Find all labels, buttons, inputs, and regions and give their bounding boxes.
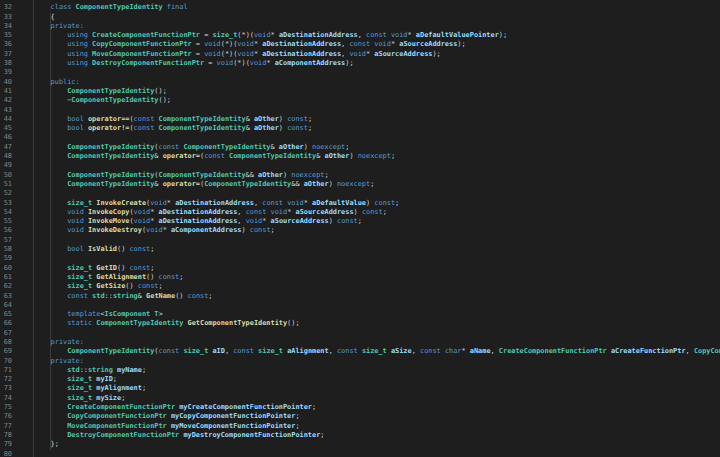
code-line[interactable]: 42 ~ComponentTypeIdentity(); xyxy=(0,96,720,105)
code-line[interactable]: 36 using CopyComponentFunctionPtr = void… xyxy=(0,40,720,49)
code-line[interactable]: 69 ComponentTypeIdentity(const size_t aI… xyxy=(0,347,720,356)
line-number: 38 xyxy=(0,59,12,68)
code-line[interactable]: 79 }; xyxy=(0,440,720,449)
code-line[interactable]: 51 ComponentTypeIdentity& operator=(Comp… xyxy=(0,180,720,189)
code-line[interactable]: 62 size_t GetSize() const; xyxy=(0,282,720,291)
code-text: bool IsValid() const; xyxy=(34,245,154,254)
code-line[interactable]: 65 template<IsComponent T> xyxy=(0,310,720,319)
code-line[interactable]: 44 bool operator==(const ComponentTypeId… xyxy=(0,115,720,124)
code-text: private: xyxy=(34,338,84,347)
line-number: 61 xyxy=(0,273,12,282)
code-line[interactable]: 57 xyxy=(0,236,720,245)
code-line[interactable]: 41 ComponentTypeIdentity(); xyxy=(0,87,720,96)
code-line[interactable]: 56 void InvokeDestroy(void* aComponentAd… xyxy=(0,226,720,235)
code-line[interactable]: 67 xyxy=(0,329,720,338)
code-text: ComponentTypeIdentity& operator=(const C… xyxy=(34,152,395,161)
code-line[interactable]: 43 xyxy=(0,106,720,115)
line-number: 65 xyxy=(0,310,12,319)
code-line[interactable]: 47 ComponentTypeIdentity(const Component… xyxy=(0,143,720,152)
code-line[interactable]: 63 const std::string& GetName() const; xyxy=(0,292,720,301)
line-number: 53 xyxy=(0,199,12,208)
code-line[interactable]: 61 size_t GetAlignment() const; xyxy=(0,273,720,282)
code-line[interactable]: 39 xyxy=(0,68,720,77)
line-number: 80 xyxy=(0,450,12,457)
code-line[interactable]: 73 size_t myAlignment; xyxy=(0,384,720,393)
code-line[interactable]: 59 xyxy=(0,254,720,263)
code-line[interactable]: 75 CreateComponentFunctionPtr myCreateCo… xyxy=(0,403,720,412)
line-number: 60 xyxy=(0,264,12,273)
line-number: 73 xyxy=(0,384,12,393)
line-number: 51 xyxy=(0,180,12,189)
code-line[interactable]: 66 static ComponentTypeIdentity GetCompo… xyxy=(0,319,720,328)
code-text: public: xyxy=(34,78,80,87)
line-number: 59 xyxy=(0,254,12,263)
line-number: 41 xyxy=(0,87,12,96)
code-line[interactable]: 49 xyxy=(0,161,720,170)
line-number: 50 xyxy=(0,171,12,180)
code-line[interactable]: 78 DestroyComponentFunctionPtr myDestroy… xyxy=(0,431,720,440)
line-number: 34 xyxy=(0,22,12,31)
code-line[interactable]: 34 private: xyxy=(0,22,720,31)
code-text: template<IsComponent T> xyxy=(34,310,163,319)
code-text: const std::string& GetName() const; xyxy=(34,292,213,301)
line-number: 33 xyxy=(0,13,12,22)
code-lines: 3132 class ComponentTypeIdentity final33… xyxy=(0,0,720,457)
code-text: DestroyComponentFunctionPtr myDestroyCom… xyxy=(34,431,324,440)
code-text: size_t myAlignment; xyxy=(34,384,146,393)
line-number: 63 xyxy=(0,292,12,301)
line-number: 48 xyxy=(0,152,12,161)
code-line[interactable]: 37 using MoveComponentFunctionPtr = void… xyxy=(0,50,720,59)
editor-viewport: 3132 class ComponentTypeIdentity final33… xyxy=(0,0,720,457)
code-line[interactable]: 68 private: xyxy=(0,338,720,347)
code-line[interactable]: 72 size_t myID; xyxy=(0,375,720,384)
line-number: 35 xyxy=(0,31,12,40)
code-line[interactable]: 76 CopyComponentFunctionPtr myCopyCompon… xyxy=(0,412,720,421)
line-number: 43 xyxy=(0,106,12,115)
line-number: 37 xyxy=(0,50,12,59)
code-text: size_t GetAlignment() const; xyxy=(34,273,183,282)
line-number: 75 xyxy=(0,403,12,412)
code-line[interactable]: 48 ComponentTypeIdentity& operator=(cons… xyxy=(0,152,720,161)
line-number: 62 xyxy=(0,282,12,291)
code-line[interactable]: 77 MoveComponentFunctionPtr myMoveCompon… xyxy=(0,422,720,431)
code-line[interactable]: 45 bool operator!=(const ComponentTypeId… xyxy=(0,124,720,133)
line-number: 52 xyxy=(0,189,12,198)
code-line[interactable]: 38 using DestroyComponentFunctionPtr = v… xyxy=(0,59,720,68)
code-line[interactable]: 64 xyxy=(0,301,720,310)
line-number: 39 xyxy=(0,68,12,77)
code-text: size_t InvokeCreate(void* aDestinationAd… xyxy=(34,199,399,208)
code-line[interactable]: 35 using CreateComponentFunctionPtr = si… xyxy=(0,31,720,40)
code-line[interactable]: 80 xyxy=(0,450,720,457)
code-line[interactable]: 71 std::string myName; xyxy=(0,366,720,375)
line-number: 72 xyxy=(0,375,12,384)
code-line[interactable]: 70 private: xyxy=(0,357,720,366)
code-text: private: xyxy=(34,357,84,366)
code-line[interactable]: 52 xyxy=(0,189,720,198)
line-number: 42 xyxy=(0,96,12,105)
code-line[interactable]: 46 xyxy=(0,133,720,142)
code-line[interactable]: 60 size_t GetID() const; xyxy=(0,264,720,273)
code-line[interactable]: 50 ComponentTypeIdentity(ComponentTypeId… xyxy=(0,171,720,180)
code-line[interactable]: 74 size_t mySize; xyxy=(0,394,720,403)
line-number: 64 xyxy=(0,301,12,310)
line-number: 58 xyxy=(0,245,12,254)
line-number: 45 xyxy=(0,124,12,133)
code-line[interactable]: 58 bool IsValid() const; xyxy=(0,245,720,254)
line-number: 66 xyxy=(0,319,12,328)
line-number: 54 xyxy=(0,208,12,217)
line-number: 77 xyxy=(0,422,12,431)
code-line[interactable]: 55 void InvokeMove(void* aDestinationAdd… xyxy=(0,217,720,226)
code-text: }; xyxy=(34,440,59,449)
code-line[interactable]: 32 class ComponentTypeIdentity final xyxy=(0,3,720,12)
code-text: bool operator==(const ComponentTypeIdent… xyxy=(34,115,312,124)
code-text: CopyComponentFunctionPtr myCopyComponent… xyxy=(34,412,300,421)
line-number: 49 xyxy=(0,161,12,170)
line-number: 68 xyxy=(0,338,12,347)
code-text: ComponentTypeIdentity& operator=(Compone… xyxy=(34,180,374,189)
code-line[interactable]: 40 public: xyxy=(0,78,720,87)
code-line[interactable]: 33 { xyxy=(0,13,720,22)
code-line[interactable]: 54 void InvokeCopy(void* aDestinationAdd… xyxy=(0,208,720,217)
code-text: std::string myName; xyxy=(34,366,146,375)
code-line[interactable]: 53 size_t InvokeCreate(void* aDestinatio… xyxy=(0,199,720,208)
code-text: CreateComponentFunctionPtr myCreateCompo… xyxy=(34,403,316,412)
